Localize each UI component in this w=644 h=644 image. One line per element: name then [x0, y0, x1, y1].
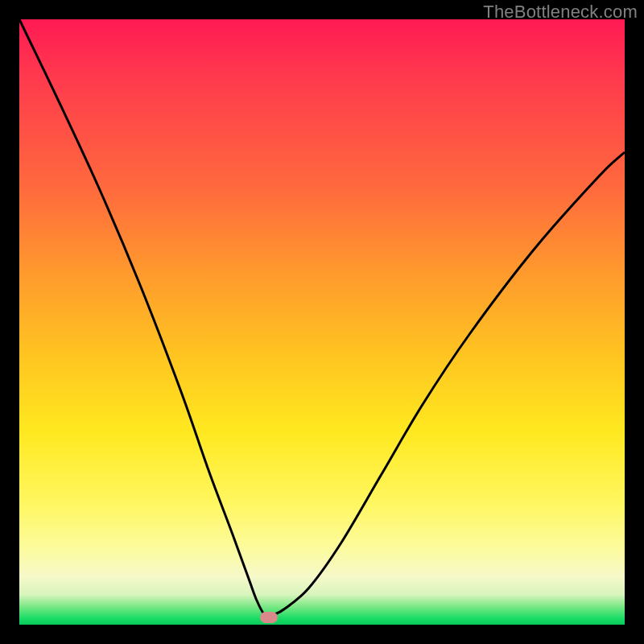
minimum-marker: [260, 612, 278, 623]
chart-outer-frame: TheBottleneck.com: [0, 0, 644, 644]
bottleneck-curve: [19, 19, 625, 625]
plot-area: [19, 19, 625, 625]
